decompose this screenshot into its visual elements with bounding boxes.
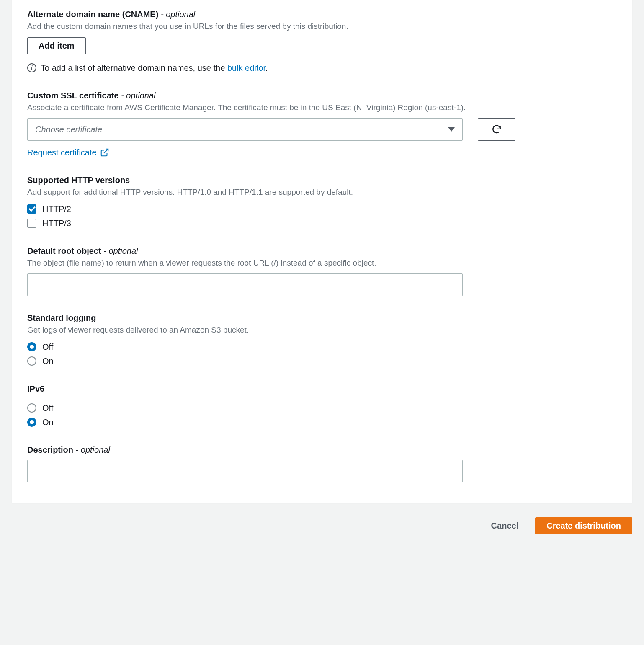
refresh-icon <box>491 124 502 135</box>
chevron-down-icon <box>448 127 455 132</box>
root-label: Default root object - optional <box>27 245 617 257</box>
logging-off-radio[interactable] <box>27 342 36 351</box>
create-distribution-button[interactable]: Create distribution <box>535 517 632 534</box>
settings-panel: Alternate domain name (CNAME) - optional… <box>12 0 632 503</box>
http2-label: HTTP/2 <box>42 203 71 215</box>
request-certificate-link[interactable]: Request certificate <box>27 147 109 158</box>
ssl-desc: Associate a certificate from AWS Certifi… <box>27 102 617 114</box>
ipv6-off-radio[interactable] <box>27 403 36 413</box>
ipv6-on-radio[interactable] <box>27 418 36 427</box>
cname-desc: Add the custom domain names that you use… <box>27 21 617 32</box>
http3-checkbox[interactable] <box>27 219 36 228</box>
root-object-section: Default root object - optional The objec… <box>27 245 617 297</box>
description-label: Description - optional <box>27 444 617 456</box>
cname-section: Alternate domain name (CNAME) - optional… <box>27 8 617 74</box>
info-icon: i <box>27 63 36 72</box>
http-label: Supported HTTP versions <box>27 174 617 186</box>
cancel-button[interactable]: Cancel <box>480 517 530 534</box>
root-desc: The object (file name) to return when a … <box>27 258 617 269</box>
http-versions-section: Supported HTTP versions Add support for … <box>27 174 617 229</box>
cname-label: Alternate domain name (CNAME) - optional <box>27 8 617 20</box>
description-section: Description - optional <box>27 444 617 482</box>
logging-desc: Get logs of viewer requests delivered to… <box>27 325 617 336</box>
http3-label: HTTP/3 <box>42 217 71 229</box>
logging-on-label: On <box>42 355 54 367</box>
ssl-certificate-select[interactable]: Choose certificate <box>27 118 463 141</box>
ssl-section: Custom SSL certificate - optional Associ… <box>27 90 617 159</box>
ipv6-section: IPv6 Off On <box>27 383 617 428</box>
ipv6-label: IPv6 <box>27 383 617 395</box>
http2-checkbox[interactable] <box>27 204 36 214</box>
refresh-certificates-button[interactable] <box>478 118 515 141</box>
external-link-icon <box>100 148 109 157</box>
bulk-editor-info: i To add a list of alternative domain na… <box>27 62 617 74</box>
logging-label: Standard logging <box>27 312 617 324</box>
http-desc: Add support for additional HTTP versions… <box>27 187 617 198</box>
bulk-editor-link[interactable]: bulk editor <box>227 63 265 72</box>
description-input[interactable] <box>27 460 463 482</box>
logging-section: Standard logging Get logs of viewer requ… <box>27 312 617 367</box>
ipv6-off-label: Off <box>42 402 53 414</box>
logging-off-label: Off <box>42 341 53 353</box>
ssl-label: Custom SSL certificate - optional <box>27 90 617 101</box>
logging-on-radio[interactable] <box>27 356 36 366</box>
root-object-input[interactable] <box>27 273 463 296</box>
ssl-select-placeholder: Choose certificate <box>35 124 102 135</box>
add-item-button[interactable]: Add item <box>27 37 86 54</box>
form-footer: Cancel Create distribution <box>12 503 632 539</box>
ipv6-on-label: On <box>42 416 54 428</box>
